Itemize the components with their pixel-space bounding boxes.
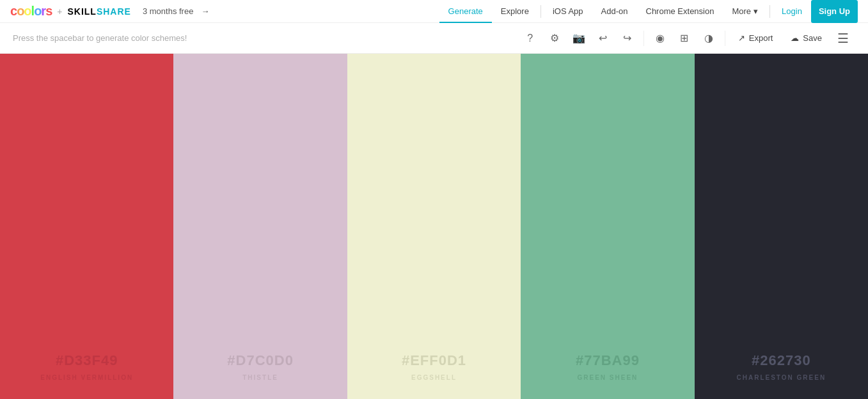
color-swatch-3[interactable]: #77BA99GREEN SHEEN <box>521 54 694 399</box>
color-swatch-0[interactable]: #D33F49ENGLISH VERMILLION <box>0 54 173 399</box>
promo-text[interactable]: 3 months free <box>143 6 194 16</box>
color-palette: #D33F49ENGLISH VERMILLION#D7C0D0THISTLE#… <box>0 54 868 399</box>
color-name: GREEN SHEEN <box>578 374 638 381</box>
palette-icon: ◑ <box>704 32 713 44</box>
color-name: CHARLESTON GREEN <box>737 374 826 381</box>
toolbar-divider-1 <box>643 31 644 46</box>
nav-ios-app[interactable]: iOS App <box>544 0 592 23</box>
hex-code: #77BA99 <box>576 352 640 369</box>
camera-button[interactable]: 📷 <box>567 26 591 51</box>
grid-button[interactable]: ⊞ <box>672 26 697 51</box>
help-button[interactable]: ? <box>518 26 542 51</box>
save-button[interactable]: ☁ Save <box>782 27 831 49</box>
redo-icon: ↪ <box>623 32 631 44</box>
undo-button[interactable]: ↩ <box>591 26 615 51</box>
nav-login[interactable]: Login <box>773 0 811 23</box>
nav-addon[interactable]: Add-on <box>592 0 637 23</box>
gear-icon: ⚙ <box>550 32 559 44</box>
header: coolors + SKILLSHARE 3 months free → Gen… <box>0 0 868 23</box>
nav-more[interactable]: More ▾ <box>723 0 767 23</box>
toolbar-icons: ? ⚙ 📷 ↩ ↪ ◉ ⊞ ◑ ↗ Export ☁ Save <box>518 26 855 51</box>
settings-button[interactable]: ⚙ <box>542 26 567 51</box>
export-label: Export <box>749 33 773 43</box>
color-swatch-1[interactable]: #D7C0D0THISTLE <box>173 54 347 399</box>
nav-explore[interactable]: Explore <box>492 0 538 23</box>
plus-sign: + <box>57 6 62 17</box>
save-label: Save <box>803 33 822 43</box>
nav-generate[interactable]: Generate <box>439 0 492 23</box>
more-label: More <box>732 6 751 16</box>
eye-button[interactable]: ◉ <box>648 26 672 51</box>
color-name: THISTLE <box>242 374 278 381</box>
color-name: ENGLISH VERMILLION <box>40 374 133 381</box>
logo-area: coolors + SKILLSHARE 3 months free → <box>10 4 209 19</box>
help-icon: ? <box>527 33 533 44</box>
hex-code: #262730 <box>752 352 811 369</box>
cloud-icon: ☁ <box>791 33 799 43</box>
color-swatch-4[interactable]: #262730CHARLESTON GREEN <box>695 54 868 399</box>
redo-button[interactable]: ↪ <box>615 26 640 51</box>
hamburger-menu-button[interactable]: ☰ <box>831 26 855 51</box>
hex-code: #D7C0D0 <box>227 352 294 369</box>
coolors-logo[interactable]: coolors <box>10 4 52 19</box>
main-nav: Generate Explore iOS App Add-on Chrome E… <box>439 0 858 23</box>
toolbar: Press the spacebar to generate color sch… <box>0 23 868 54</box>
promo-arrow: → <box>201 6 209 16</box>
share-icon: ↗ <box>738 33 745 43</box>
auth-divider <box>769 5 770 18</box>
hex-code: #EFF0D1 <box>402 352 466 369</box>
grid-icon: ⊞ <box>680 32 688 44</box>
skillshare-logo[interactable]: SKILLSHARE <box>67 6 130 17</box>
eye-icon: ◉ <box>656 32 665 44</box>
camera-icon: 📷 <box>572 32 585 44</box>
nav-chrome-extension[interactable]: Chrome Extension <box>637 0 723 23</box>
toolbar-divider-2 <box>725 31 725 46</box>
hex-code: #D33F49 <box>56 352 118 369</box>
undo-icon: ↩ <box>599 32 607 44</box>
nav-signup[interactable]: Sign Up <box>811 0 858 23</box>
hamburger-icon: ☰ <box>837 31 849 46</box>
nav-divider <box>541 5 541 18</box>
palette-button[interactable]: ◑ <box>697 26 721 51</box>
hint-text: Press the spacebar to generate color sch… <box>13 33 518 43</box>
chevron-down-icon: ▾ <box>754 6 758 16</box>
color-name: EGGSHELL <box>411 374 457 381</box>
color-swatch-2[interactable]: #EFF0D1EGGSHELL <box>347 54 521 399</box>
export-button[interactable]: ↗ Export <box>729 27 782 49</box>
